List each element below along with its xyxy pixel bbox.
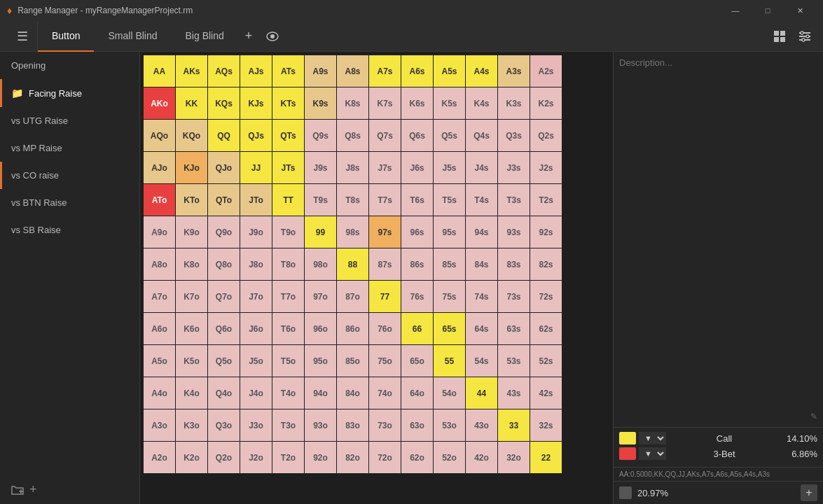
add-item-button[interactable]: + — [29, 482, 37, 497]
grid-cell[interactable]: J3s — [498, 152, 530, 184]
grid-cell[interactable]: T6s — [401, 184, 434, 216]
call-dropdown[interactable]: ▼ — [639, 432, 666, 444]
grid-cell[interactable]: 99 — [305, 216, 337, 248]
tab-eye-button[interactable] — [259, 21, 286, 51]
grid-cell[interactable]: A9s — [305, 55, 337, 88]
grid-cell[interactable]: K2s — [530, 88, 562, 120]
grid-cell[interactable]: 32o — [498, 442, 530, 474]
grid-cell[interactable]: T7o — [272, 281, 305, 313]
grid-cell[interactable]: T8o — [272, 248, 305, 281]
grid-cell[interactable]: A9o — [144, 216, 176, 248]
grid-cell[interactable]: 94o — [305, 377, 337, 410]
grid-cell[interactable]: 96o — [305, 313, 337, 345]
grid-cell[interactable]: 82o — [337, 442, 369, 474]
grid-cell[interactable]: J5o — [240, 345, 272, 377]
grid-cell[interactable]: J5s — [434, 152, 466, 184]
grid-cell[interactable]: Q3o — [208, 410, 240, 442]
edit-icon[interactable]: ✎ — [810, 412, 817, 421]
settings-button[interactable] — [794, 25, 816, 48]
grid-cell[interactable]: AQo — [144, 120, 176, 152]
grid-cell[interactable]: 44 — [466, 377, 498, 410]
grid-cell[interactable]: 74s — [466, 281, 498, 313]
grid-cell[interactable]: K8o — [176, 248, 208, 281]
grid-cell[interactable]: AJs — [240, 55, 272, 88]
grid-cell[interactable]: 64o — [401, 377, 434, 410]
grid-cell[interactable]: 87o — [337, 281, 369, 313]
grid-cell[interactable]: T6o — [272, 313, 305, 345]
add-combo-button[interactable]: + — [801, 484, 817, 501]
grid-cell[interactable]: 64s — [466, 313, 498, 345]
grid-cell[interactable]: Q9o — [208, 216, 240, 248]
sidebar-item-vs-btn[interactable]: vs BTN Raise — [0, 189, 139, 216]
threebet-color-box[interactable] — [619, 447, 636, 460]
grid-cell[interactable]: Q7o — [208, 281, 240, 313]
grid-cell[interactable]: 94s — [466, 216, 498, 248]
grid-cell[interactable]: 75s — [434, 281, 466, 313]
grid-cell[interactable]: ATo — [144, 184, 176, 216]
grid-cell[interactable]: 88 — [337, 248, 369, 281]
grid-cell[interactable]: A2o — [144, 442, 176, 474]
grid-cell[interactable]: J2o — [240, 442, 272, 474]
grid-cell[interactable]: K9o — [176, 216, 208, 248]
grid-cell[interactable]: 83s — [498, 248, 530, 281]
grid-cell[interactable]: 22 — [530, 442, 562, 474]
grid-cell[interactable]: Q5s — [434, 120, 466, 152]
grid-cell[interactable]: KTo — [176, 184, 208, 216]
grid-cell[interactable]: AKo — [144, 88, 176, 120]
grid-cell[interactable]: 74o — [369, 377, 401, 410]
grid-cell[interactable]: T8s — [337, 184, 369, 216]
grid-cell[interactable]: K3o — [176, 410, 208, 442]
grid-cell[interactable]: ATs — [272, 55, 305, 88]
grid-cell[interactable]: AKs — [176, 55, 208, 88]
grid-cell[interactable]: T3s — [498, 184, 530, 216]
grid-cell[interactable]: A8o — [144, 248, 176, 281]
hamburger-menu[interactable]: ☰ — [7, 21, 38, 51]
grid-cell[interactable]: 73o — [369, 410, 401, 442]
grid-cell[interactable]: QJo — [208, 152, 240, 184]
grid-cell[interactable]: T9s — [305, 184, 337, 216]
grid-cell[interactable]: 42o — [466, 442, 498, 474]
grid-cell[interactable]: KJo — [176, 152, 208, 184]
grid-cell[interactable]: J9o — [240, 216, 272, 248]
sidebar-item-vs-co[interactable]: vs CO raise — [0, 162, 139, 189]
grid-cell[interactable]: T3o — [272, 410, 305, 442]
grid-cell[interactable]: J6o — [240, 313, 272, 345]
grid-cell[interactable]: Q8s — [337, 120, 369, 152]
grid-cell[interactable]: 72o — [369, 442, 401, 474]
grid-cell[interactable]: 98s — [337, 216, 369, 248]
grid-cell[interactable]: KTs — [272, 88, 305, 120]
tab-big-blind[interactable]: Big Blind — [172, 21, 238, 52]
grid-cell[interactable]: Q8o — [208, 248, 240, 281]
grid-cell[interactable]: 53s — [498, 345, 530, 377]
grid-cell[interactable]: 73s — [498, 281, 530, 313]
grid-cell[interactable]: 86o — [337, 313, 369, 345]
grid-cell[interactable]: 54s — [466, 345, 498, 377]
grid-cell[interactable]: J4o — [240, 377, 272, 410]
grid-cell[interactable]: AQs — [208, 55, 240, 88]
grid-cell[interactable]: T5o — [272, 345, 305, 377]
grid-cell[interactable]: Q7s — [369, 120, 401, 152]
grid-cell[interactable]: 42s — [530, 377, 562, 410]
grid-cell[interactable]: 95s — [434, 216, 466, 248]
grid-cell[interactable]: 92s — [530, 216, 562, 248]
grid-cell[interactable]: A4s — [466, 55, 498, 88]
grid-cell[interactable]: 75o — [369, 345, 401, 377]
grid-cell[interactable]: 65s — [434, 313, 466, 345]
grid-cell[interactable]: A3s — [498, 55, 530, 88]
grid-cell[interactable]: J7o — [240, 281, 272, 313]
grid-cell[interactable]: 72s — [530, 281, 562, 313]
grid-cell[interactable]: A5s — [434, 55, 466, 88]
grid-cell[interactable]: 63s — [498, 313, 530, 345]
grid-cell[interactable]: 82s — [530, 248, 562, 281]
grid-cell[interactable]: K5s — [434, 88, 466, 120]
grid-cell[interactable]: A6s — [401, 55, 434, 88]
grid-cell[interactable]: J3o — [240, 410, 272, 442]
sidebar-item-facing-raise[interactable]: 📁 Facing Raise — [0, 79, 139, 107]
grid-cell[interactable]: Q2s — [530, 120, 562, 152]
grid-cell[interactable]: 97o — [305, 281, 337, 313]
grid-cell[interactable]: 53o — [434, 410, 466, 442]
grid-cell[interactable]: 84o — [337, 377, 369, 410]
grid-cell[interactable]: 93s — [498, 216, 530, 248]
grid-cell[interactable]: 93o — [305, 410, 337, 442]
tab-add-button[interactable]: + — [238, 21, 260, 51]
